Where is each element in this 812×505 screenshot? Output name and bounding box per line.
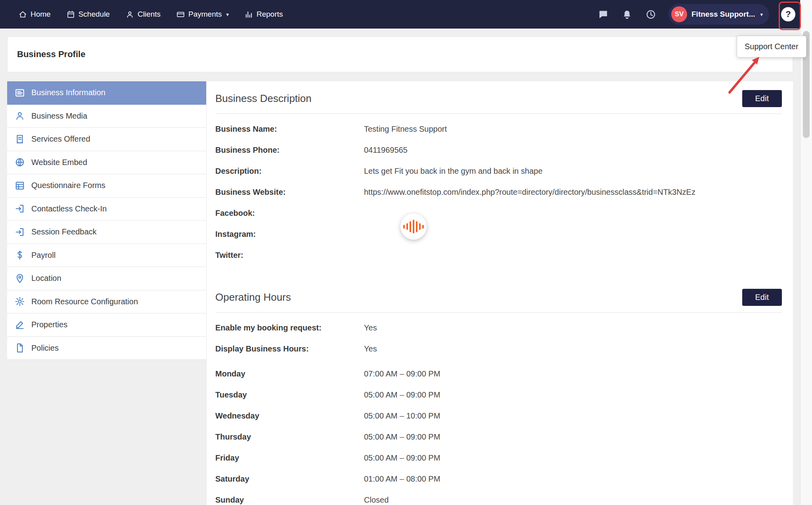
business-profile-content: Business Description Edit Business Name:…	[206, 81, 793, 505]
sidebar-item-policies[interactable]: Policies	[7, 337, 206, 360]
business-description-fields: Business Name: Testing Fitness Support B…	[215, 119, 782, 266]
account-menu[interactable]: SV Fitness Support... ▾	[668, 4, 769, 25]
document-card-icon	[14, 87, 25, 98]
field-value: Yes	[364, 323, 377, 332]
edit-operating-hours-button[interactable]: Edit	[742, 289, 782, 306]
sidebar-item-contactless-check-in[interactable]: Contactless Check-In	[7, 198, 206, 221]
document-icon	[14, 343, 25, 353]
home-icon	[19, 10, 27, 19]
login-arrow-icon	[14, 227, 25, 237]
settings-sidebar: Business Information Business Media Serv…	[7, 81, 206, 360]
day-hours: 05:00 AM – 10:00 PM	[364, 411, 440, 421]
nav-label: Reports	[257, 10, 283, 19]
sidebar-item-room-resource-configuration[interactable]: Room Resource Configuration	[7, 290, 206, 314]
nav-item-payments[interactable]: Payments ▾	[176, 10, 229, 19]
receipt-icon	[14, 134, 25, 144]
day-row-friday: Friday 05:00 AM – 09:00 PM	[215, 447, 782, 469]
field-row-instagram: Instagram:	[215, 224, 782, 245]
day-label: Friday	[215, 453, 364, 463]
sidebar-item-label: Properties	[31, 320, 67, 329]
chevron-down-icon: ▾	[226, 12, 229, 17]
map-pin-icon	[14, 273, 25, 284]
person-icon	[126, 10, 134, 19]
nav-label: Clients	[138, 10, 161, 19]
field-label: Business Website:	[215, 188, 364, 197]
sidebar-item-session-feedback[interactable]: Session Feedback	[7, 221, 206, 244]
payments-card-icon	[176, 10, 185, 19]
business-description-header: Business Description Edit	[215, 81, 782, 107]
field-value: Yes	[364, 344, 377, 353]
bar-chart-icon	[245, 10, 253, 19]
person-media-icon	[14, 111, 25, 121]
operating-hours-header: Operating Hours Edit	[215, 280, 782, 306]
field-row-enable-booking: Enable my booking request: Yes	[215, 317, 782, 338]
sidebar-item-label: Payroll	[31, 251, 56, 260]
scrollbar[interactable]	[800, 0, 812, 505]
weekly-hours-list: Monday 07:00 AM – 09:00 PM Tuesday 05:00…	[215, 363, 782, 505]
day-hours: 05:00 AM – 09:00 PM	[364, 453, 440, 463]
sidebar-item-business-information[interactable]: Business Information	[7, 81, 206, 105]
sidebar-item-label: Questionnaire Forms	[31, 181, 105, 190]
sidebar-item-location[interactable]: Location	[7, 267, 206, 290]
nav-item-home[interactable]: Home	[19, 10, 51, 19]
field-label: Business Phone:	[215, 146, 364, 155]
top-navbar: Home Schedule Clients Payments ▾ Repor	[0, 0, 800, 29]
day-label: Sunday	[215, 495, 364, 505]
day-hours: Closed	[364, 495, 389, 505]
business-website-link[interactable]: https://www.onefitstop.com/index.php?rou…	[364, 188, 695, 197]
sidebar-item-label: Business Information	[31, 88, 105, 97]
sidebar-item-label: Contactless Check-In	[31, 204, 107, 213]
divider	[215, 312, 782, 313]
nav-item-reports[interactable]: Reports	[245, 10, 283, 19]
edit-business-description-button[interactable]: Edit	[742, 90, 782, 107]
field-label: Enable my booking request:	[215, 323, 364, 332]
field-label: Business Name:	[215, 125, 364, 134]
bell-icon[interactable]	[621, 8, 633, 20]
login-arrow-icon	[14, 204, 25, 214]
account-name: Fitness Support...	[691, 10, 755, 19]
sidebar-item-label: Room Resource Configuration	[31, 297, 138, 306]
sidebar-item-label: Services Offered	[31, 134, 90, 144]
divider	[215, 113, 782, 114]
day-row-sunday: Sunday Closed	[215, 490, 782, 505]
chat-icon[interactable]	[597, 8, 609, 20]
nav-label: Payments	[188, 10, 222, 19]
day-row-monday: Monday 07:00 AM – 09:00 PM	[215, 363, 782, 384]
field-row-twitter: Twitter:	[215, 245, 782, 266]
field-value: Lets get Fit you back in the gym and bac…	[364, 167, 542, 176]
day-label: Thursday	[215, 432, 364, 442]
sidebar-item-services-offered[interactable]: Services Offered	[7, 128, 206, 151]
navbar-right: SV Fitness Support... ▾ ?	[597, 4, 800, 25]
field-row-business-website: Business Website: https://www.onefitstop…	[215, 182, 782, 203]
clock-icon[interactable]	[645, 8, 657, 20]
nav-label: Schedule	[79, 10, 110, 19]
sidebar-item-label: Business Media	[31, 111, 87, 121]
day-row-wednesday: Wednesday 05:00 AM – 10:00 PM	[215, 405, 782, 426]
sidebar-item-label: Policies	[31, 344, 59, 353]
sidebar-item-properties[interactable]: Properties	[7, 313, 206, 337]
section-title: Operating Hours	[215, 291, 291, 303]
field-label: Description:	[215, 167, 364, 176]
help-icon[interactable]: ?	[781, 7, 795, 21]
nav-label: Home	[31, 10, 51, 19]
field-row-business-phone: Business Phone: 0411969565	[215, 140, 782, 161]
sidebar-item-payroll[interactable]: Payroll	[7, 244, 206, 267]
main-nav: Home Schedule Clients Payments ▾ Repor	[0, 10, 283, 19]
day-row-saturday: Saturday 01:00 AM – 08:00 PM	[215, 469, 782, 490]
day-row-thursday: Thursday 05:00 AM – 09:00 PM	[215, 426, 782, 447]
chevron-down-icon: ▾	[760, 12, 763, 17]
field-row-display-hours: Display Business Hours: Yes	[215, 338, 782, 359]
sidebar-item-label: Session Feedback	[31, 227, 97, 236]
nav-item-schedule[interactable]: Schedule	[67, 10, 110, 19]
avatar: SV	[671, 6, 687, 22]
sidebar-item-label: Location	[31, 274, 61, 283]
day-label: Wednesday	[215, 411, 364, 421]
field-row-description: Description: Lets get Fit you back in th…	[215, 161, 782, 182]
field-row-business-name: Business Name: Testing Fitness Support	[215, 119, 782, 140]
sidebar-item-questionnaire-forms[interactable]: Questionnaire Forms	[7, 174, 206, 198]
sidebar-item-business-media[interactable]: Business Media	[7, 105, 206, 128]
nav-item-clients[interactable]: Clients	[126, 10, 161, 19]
sidebar-item-website-embed[interactable]: Website Embed	[7, 151, 206, 175]
support-center-menu-item[interactable]: Support Center	[737, 36, 806, 58]
support-center-label: Support Center	[745, 42, 799, 51]
